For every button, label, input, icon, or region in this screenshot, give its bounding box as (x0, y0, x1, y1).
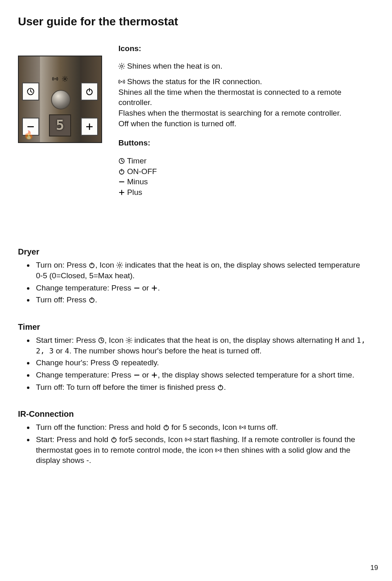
figure-display: 5 (49, 114, 71, 136)
signal-icon (118, 78, 125, 85)
list-item: Start: Press and hold for5 seconds, Icon… (34, 434, 368, 466)
power-icon (217, 384, 224, 391)
figure-led (51, 90, 71, 109)
signal-icon (215, 447, 222, 454)
list-item: Change hour's: Press repeatedly. (34, 358, 368, 368)
minus-icon (118, 179, 125, 185)
icons-heading: Icons: (118, 43, 368, 54)
minus-icon (134, 372, 140, 378)
list-item: Change temperature: Press or , the displ… (34, 370, 368, 380)
timer-heading: Timer (18, 322, 368, 333)
icon-desc-sun: Shines when the heat is on. (118, 61, 368, 72)
list-item: Turn off the function: Press and hold fo… (34, 422, 368, 433)
list-item: Turn off: To turn off before the timer i… (34, 382, 368, 393)
power-icon (111, 436, 117, 443)
dryer-list: Turn on: Press , Icon indicates that the… (27, 260, 368, 305)
clock-icon (112, 360, 119, 366)
clock-icon (118, 158, 125, 164)
power-icon (163, 424, 169, 431)
sun-icon (118, 63, 125, 69)
figure-flame: 🔥 (24, 130, 34, 141)
clock-icon (98, 337, 105, 344)
ir-heading: IR-Connection (18, 409, 368, 420)
dryer-heading: Dryer (18, 246, 368, 257)
figure-timer-key (22, 83, 39, 101)
figure-top-icons (52, 76, 68, 82)
buttons-list: Timer ON-OFF Minus Plus (118, 156, 368, 198)
list-item: Turn off: Press . (34, 295, 368, 305)
ir-list: Turn off the function: Press and hold fo… (27, 422, 368, 466)
icon-desc-signal: Shows the status for the IR connection. … (118, 76, 368, 129)
minus-icon (134, 285, 140, 291)
list-item: Change temperature: Press or . (34, 283, 368, 293)
plus-icon (151, 285, 158, 291)
power-icon (89, 297, 95, 303)
page-number: 19 (370, 563, 378, 573)
power-icon (89, 262, 95, 268)
page-title: User guide for the thermostat (18, 14, 368, 29)
sun-icon (126, 337, 132, 344)
thermostat-figure: 5 🔥 (18, 56, 102, 143)
buttons-heading: Buttons: (118, 138, 368, 148)
figure-power-key (81, 83, 98, 101)
figure-plus-key (81, 118, 98, 136)
signal-icon (185, 436, 192, 443)
plus-icon (151, 372, 158, 378)
signal-icon (239, 424, 246, 431)
timer-list: Start timer: Press , Icon indicates that… (27, 335, 368, 392)
power-icon (118, 168, 125, 175)
plus-icon (118, 189, 125, 196)
list-item: Turn on: Press , Icon indicates that the… (34, 260, 368, 281)
sun-icon (116, 262, 123, 268)
list-item: Start timer: Press , Icon indicates that… (34, 335, 368, 356)
